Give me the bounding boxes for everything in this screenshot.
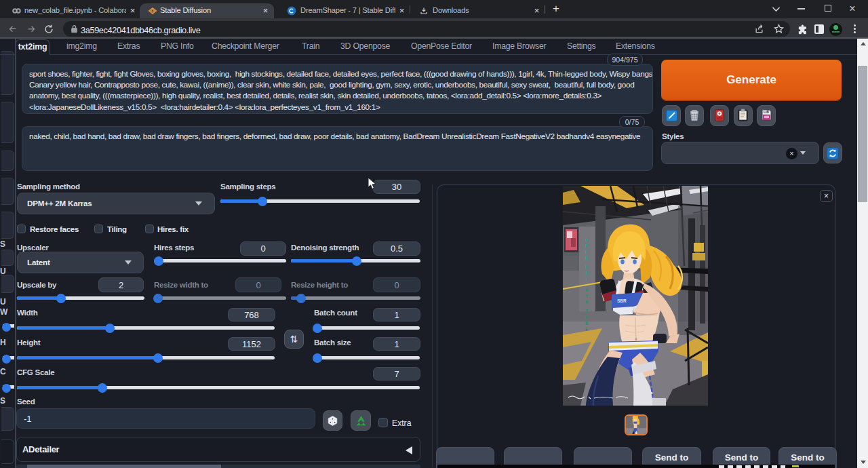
svg-text:T: T: [585, 277, 588, 282]
svg-text:E: E: [585, 250, 588, 255]
svg-text:O: O: [585, 237, 588, 243]
svg-text:P: P: [585, 243, 588, 249]
svg-text:F: F: [585, 265, 588, 270]
svg-text:O: O: [585, 315, 588, 320]
svg-text:G: G: [585, 288, 588, 293]
svg-text:SBR: SBR: [617, 298, 627, 303]
svg-text:M: M: [585, 300, 588, 305]
svg-text:Z: Z: [585, 309, 588, 314]
svg-text:I: I: [585, 271, 588, 276]
svg-text:N: N: [585, 321, 588, 326]
svg-text:N: N: [585, 256, 588, 261]
